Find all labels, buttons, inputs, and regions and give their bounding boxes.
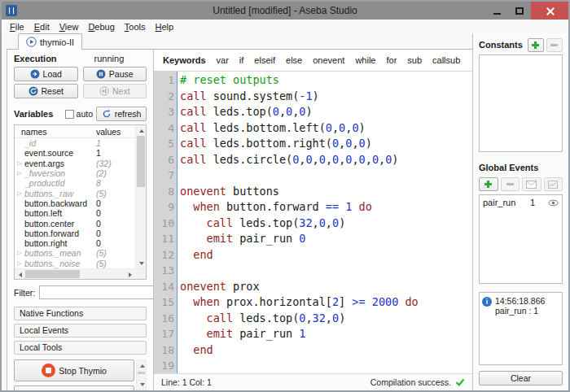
launch-blockly-button[interactable]: Launch Blockly	[14, 385, 134, 390]
code-line[interactable]: end	[180, 247, 472, 264]
tools-scrollbar[interactable]	[136, 359, 147, 390]
code-line[interactable]	[180, 263, 472, 279]
variables-rows: _id1event.source1▷event.args(32)▷_fwvers…	[15, 138, 135, 268]
event-log[interactable]: i14:56:18.866pair_run : 1	[479, 292, 563, 365]
clear-button[interactable]: Clear	[479, 371, 563, 385]
auto-checkbox[interactable]	[65, 110, 74, 119]
maximize-button[interactable]	[508, 2, 531, 20]
table-row[interactable]: ▷event.args(32)	[15, 159, 135, 168]
log-entry[interactable]: i14:56:18.866pair_run : 1	[480, 293, 562, 316]
titlebar[interactable]: Untitled [modified] - Aseba Studio	[2, 2, 568, 20]
remove-constant-button[interactable]	[546, 38, 563, 52]
close-button[interactable]	[531, 2, 568, 20]
stop-thymio-button[interactable]: Stop Thymio	[14, 359, 134, 381]
variables-vscrollbar[interactable]	[135, 125, 146, 268]
table-row[interactable]: ▷_fwversion(2)	[15, 168, 135, 178]
vscrollbar-thumb[interactable]	[138, 372, 145, 374]
table-row[interactable]: _productId8	[15, 178, 135, 188]
scroll-up-button[interactable]	[137, 360, 147, 371]
code-line[interactable]: call leds.bottom.right(0,0,0)	[180, 136, 472, 152]
keyword-else[interactable]: else	[286, 55, 302, 65]
menu-edit[interactable]: Edit	[29, 21, 55, 33]
table-row[interactable]: button.forward0	[15, 229, 135, 238]
menu-debug[interactable]: Debug	[83, 21, 119, 33]
menu-view[interactable]: View	[55, 21, 84, 33]
code-line[interactable]: when button.forward == 1 do	[180, 199, 472, 216]
keyword-for[interactable]: for	[386, 55, 397, 65]
minimize-button[interactable]	[485, 2, 508, 20]
table-row[interactable]: button.backward0	[15, 198, 135, 208]
table-row[interactable]: ▷buttons._noise(5)	[15, 259, 135, 268]
keyword-callsub[interactable]: callsub	[432, 55, 460, 65]
line-number: 10	[154, 216, 174, 232]
panel-local-tools[interactable]: Local Tools	[14, 341, 147, 355]
scroll-right-button[interactable]	[125, 269, 135, 280]
code-line[interactable]: call leds.top(0,0,0)	[180, 104, 472, 120]
var-value: 1	[96, 138, 135, 148]
keyword-elseif[interactable]: elseif	[254, 55, 275, 65]
column-names[interactable]: names	[15, 127, 96, 137]
code-line[interactable]: call leds.circle(0,0,0,0,0,0,0,0)	[180, 152, 472, 168]
menu-help[interactable]: Help	[151, 21, 179, 33]
send-event-button[interactable]	[522, 177, 542, 191]
table-row[interactable]: button.left0	[15, 208, 135, 218]
code-line[interactable]: onevent prox	[180, 279, 472, 295]
scroll-left-button[interactable]	[15, 269, 25, 280]
constants-list[interactable]	[479, 54, 563, 152]
remove-event-button[interactable]	[501, 177, 520, 191]
code-line[interactable]	[180, 358, 472, 373]
code-line[interactable]: emit pair_run 1	[180, 326, 472, 342]
keyword-var[interactable]: var	[217, 55, 229, 65]
reset-button[interactable]: Reset	[14, 84, 78, 98]
table-row[interactable]: event.source1	[15, 148, 135, 158]
tab-thymio-ii[interactable]: thymio-II	[18, 33, 82, 50]
scroll-down-button[interactable]	[137, 379, 147, 390]
load-button[interactable]: Load	[14, 67, 78, 81]
minus-icon	[550, 44, 558, 46]
app-icon	[6, 5, 17, 16]
table-row[interactable]: ▷buttons._mean(5)	[15, 248, 135, 258]
code-line[interactable]: call leds.top(32,0,0)	[180, 216, 472, 232]
code-editor[interactable]: 12345678910111213141516171819 # reset ou…	[154, 72, 472, 374]
code-line[interactable]: emit pair_run 0	[180, 231, 472, 247]
menu-file[interactable]: File	[5, 21, 29, 33]
global-events-list[interactable]: pair_run1	[479, 194, 563, 284]
code-area[interactable]: # reset outputscall sound.system(-1)call…	[177, 72, 472, 373]
add-event-button[interactable]	[479, 177, 498, 191]
code-line[interactable]: onevent buttons	[180, 184, 472, 200]
log-message: pair_run : 1	[495, 306, 545, 316]
eye-icon	[548, 199, 559, 207]
panel-native-functions[interactable]: Native Functions	[14, 307, 147, 320]
filter-input[interactable]	[39, 285, 154, 299]
scroll-down-button[interactable]	[136, 258, 147, 268]
code-line[interactable]: call leds.bottom.left(0,0,0)	[180, 120, 472, 137]
keyword-onevent[interactable]: onevent	[313, 55, 344, 65]
refresh-button[interactable]: refresh	[96, 107, 147, 121]
hscrollbar-thumb[interactable]	[25, 270, 80, 278]
code-line[interactable]: when prox.horizontal[2] >= 2000 do	[180, 294, 472, 311]
column-values[interactable]: values	[96, 127, 135, 137]
pause-button[interactable]: Pause	[83, 67, 147, 81]
keyword-if[interactable]: if	[239, 55, 244, 65]
table-row[interactable]: button.center0	[15, 218, 135, 228]
table-row[interactable]: _id1	[15, 138, 135, 148]
next-button[interactable]: Next	[83, 84, 147, 98]
event-row[interactable]: pair_run1	[480, 195, 562, 207]
code-line[interactable]: call sound.system(-1)	[180, 89, 472, 105]
table-row[interactable]: button.right0	[15, 238, 135, 248]
keyword-sub[interactable]: sub	[407, 55, 422, 65]
variables-hscrollbar[interactable]	[15, 269, 135, 279]
plot-event-button[interactable]	[544, 177, 563, 191]
expander-icon: ▷	[15, 260, 24, 267]
code-line[interactable]: end	[180, 342, 472, 359]
keyword-while[interactable]: while	[355, 55, 375, 65]
panel-local-events[interactable]: Local Events	[14, 324, 147, 338]
menu-tools[interactable]: Tools	[120, 21, 151, 33]
scroll-up-button[interactable]	[136, 125, 147, 136]
vscrollbar-thumb[interactable]	[137, 136, 145, 187]
table-row[interactable]: ▷buttons._raw(5)	[15, 188, 135, 198]
code-line[interactable]	[180, 168, 472, 184]
code-line[interactable]: # reset outputs	[180, 72, 472, 89]
add-constant-button[interactable]	[528, 38, 544, 52]
code-line[interactable]: call leds.top(0,32,0)	[180, 311, 472, 327]
